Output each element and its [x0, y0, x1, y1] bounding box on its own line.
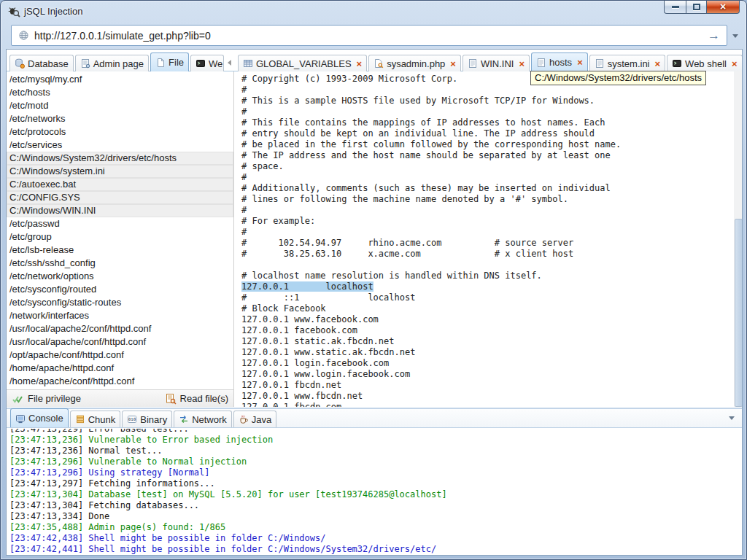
- tab-admin-page[interactable]: Admin page: [75, 55, 149, 71]
- console-pane[interactable]: [23:47:13,229] Error based test...[23:47…: [7, 429, 742, 556]
- hosts-line: # lines or following the machine name de…: [241, 194, 732, 205]
- window-title: jSQL Injection: [24, 6, 82, 17]
- console-dropdown-icon[interactable]: [729, 416, 735, 420]
- file-list-item[interactable]: C:/Windows/System32/drivers/etc/hosts: [7, 152, 233, 165]
- close-tab-icon[interactable]: ×: [655, 59, 661, 69]
- admin-page-icon: [80, 58, 90, 69]
- file-list-item[interactable]: /etc/passwd: [7, 217, 233, 230]
- tab-network[interactable]: Network: [174, 411, 232, 427]
- text-file-icon: [595, 58, 605, 69]
- file-list-item[interactable]: /etc/mysql/my.cnf: [7, 73, 233, 86]
- tab-hosts[interactable]: hosts×: [531, 52, 588, 71]
- console-line: [23:47:13,304] Fetching databases...: [9, 500, 447, 511]
- tab-database[interactable]: Database: [9, 55, 74, 71]
- tab-web-shell[interactable]: Web shell×: [667, 55, 742, 71]
- file-list-item[interactable]: /etc/protocols: [7, 125, 233, 139]
- titlebar[interactable]: jSQL Injection ×: [1, 1, 746, 22]
- vertical-scrollbar[interactable]: [734, 71, 743, 407]
- file-list-item[interactable]: C:/Windows/system.ini: [7, 165, 233, 178]
- file-list-item[interactable]: /usr/local/apache2/conf/httpd.conf: [7, 322, 233, 335]
- tab-system-ini[interactable]: system.ini×: [589, 55, 665, 71]
- console-icon: [15, 413, 26, 424]
- tab-scroll-left-icon[interactable]: [228, 60, 231, 66]
- hosts-line: # localhost name resolution is handled w…: [241, 271, 732, 281]
- hosts-line: # 102.54.94.97 rhino.acme.com # source s…: [241, 238, 732, 249]
- file-list-item[interactable]: /etc/services: [7, 139, 233, 152]
- file-list-item[interactable]: /etc/network/options: [7, 270, 233, 283]
- close-tab-icon[interactable]: ×: [577, 58, 583, 67]
- hosts-file-viewer[interactable]: # Copyright (c) 1993-2009 Microsoft Corp…: [238, 71, 743, 407]
- close-tab-icon[interactable]: ×: [519, 59, 525, 69]
- maximize-button[interactable]: [686, 0, 707, 14]
- file-list[interactable]: /etc/mysql/my.cnf/etc/hosts/etc/motd/etc…: [7, 71, 233, 389]
- hosts-line: 127.0.0.1 static.ak.fbcdn.net: [241, 336, 732, 347]
- hosts-line: 127.0.0.1 facebook.com: [241, 325, 732, 336]
- read-files-button[interactable]: Read file(s): [165, 393, 228, 405]
- web-shell-icon: [672, 58, 682, 69]
- left-tab-strip: DatabaseAdmin pageFileWe: [9, 52, 235, 71]
- file-icon: [155, 58, 166, 68]
- file-list-item[interactable]: /opt/apache/conf/httpd.conf: [7, 349, 233, 362]
- console-tab-strip: ConsoleChunk010BinaryNetworkJava: [7, 408, 742, 428]
- file-list-item[interactable]: /etc/hosts: [7, 86, 233, 99]
- tab-file[interactable]: File: [150, 52, 189, 71]
- file-list-item[interactable]: /network/interfaces: [7, 309, 233, 322]
- tab-global-variables[interactable]: GLOBAL_VARIABLES×: [238, 55, 367, 71]
- file-list-item[interactable]: /etc/sysconfig/routed: [7, 283, 233, 296]
- tab-java[interactable]: Java: [233, 411, 276, 427]
- hosts-line: [241, 260, 732, 271]
- hosts-line: #: [241, 106, 732, 117]
- tab-label: GLOBAL_VARIABLES: [256, 58, 352, 69]
- console-line: [23:47:13,296] Using strategy [Normal]: [9, 467, 447, 478]
- close-tab-icon[interactable]: ×: [357, 59, 363, 69]
- hosts-line: # ::1 localhost: [241, 292, 732, 303]
- url-dropdown-icon[interactable]: [732, 34, 738, 38]
- file-list-item[interactable]: C:/Windows/WIN.INI: [7, 204, 233, 217]
- tab-scroll-arrows: [228, 60, 235, 66]
- scrollbar-thumb[interactable]: [735, 219, 743, 407]
- privilege-check-icon: [12, 394, 23, 404]
- tab-win-ini[interactable]: WIN.INI×: [462, 55, 530, 71]
- file-list-item[interactable]: C:/CONFIG.SYS: [7, 191, 233, 204]
- hosts-line: # 38.25.63.10 x.acme.com # x client host: [241, 249, 732, 260]
- hosts-line: # Additionally, comments (such as these)…: [241, 183, 732, 194]
- tab-console[interactable]: Console: [10, 408, 69, 427]
- minimize-button[interactable]: [664, 0, 686, 14]
- file-list-item[interactable]: /etc/group: [7, 230, 233, 244]
- url-input[interactable]: [34, 30, 703, 42]
- read-file-icon: [165, 393, 177, 405]
- tab-chunk[interactable]: Chunk: [70, 411, 121, 427]
- console-line: [23:47:13,334] Done: [9, 511, 447, 522]
- console-line: [23:47:13,304] Database [test] on MySQL …: [9, 489, 447, 500]
- tab-sysadmin-php[interactable]: sysadmin.php×: [368, 55, 461, 71]
- console-line: [23:47:13,236] Vulnerable to Error based…: [9, 435, 447, 446]
- file-list-item[interactable]: /etc/motd: [7, 99, 233, 112]
- hosts-file-text: # Copyright (c) 1993-2009 Microsoft Corp…: [241, 74, 732, 407]
- file-list-item[interactable]: C:/autoexec.bat: [7, 178, 233, 191]
- close-button[interactable]: ×: [707, 0, 740, 14]
- close-tab-icon[interactable]: ×: [732, 59, 738, 69]
- tab-binary[interactable]: 010Binary: [122, 411, 172, 427]
- file-list-item[interactable]: /etc/sysconfig/static-routes: [7, 296, 233, 309]
- file-list-item[interactable]: /home/apache/httpd.conf: [7, 362, 233, 375]
- file-panel: /etc/mysql/my.cnf/etc/hosts/etc/motd/etc…: [7, 71, 234, 407]
- hosts-line: # This file contains the mappings of IP …: [241, 117, 732, 128]
- file-list-item[interactable]: /etc/networks: [7, 112, 233, 125]
- tab-label: system.ini: [608, 58, 650, 69]
- hosts-line: # The IP address and the host name shoul…: [241, 150, 732, 161]
- close-tab-icon[interactable]: ×: [450, 59, 456, 69]
- go-arrow-icon[interactable]: →: [708, 29, 720, 42]
- text-file-icon: [536, 58, 546, 68]
- file-list-item[interactable]: /etc/ssh/sshd_config: [7, 257, 233, 270]
- tab-we[interactable]: We: [190, 55, 224, 71]
- hosts-line: 127.0.0.1 localhost: [241, 281, 732, 292]
- close-icon: ×: [720, 1, 726, 12]
- tab-label: Java: [252, 414, 271, 425]
- file-list-item[interactable]: /usr/local/apache/conf/httpd.conf: [7, 335, 233, 349]
- file-list-item[interactable]: /home/apache/conf/httpd.conf: [7, 375, 233, 388]
- jsql-bug-magnifier-icon: [8, 5, 20, 18]
- tab-label: Binary: [140, 414, 167, 425]
- hosts-line: 127.0.0.1 www.login.facebook.com: [241, 369, 732, 380]
- file-list-item[interactable]: /etc/lsb-release: [7, 244, 233, 257]
- console-line: [23:47:42,441] Shell might be possible i…: [9, 544, 447, 555]
